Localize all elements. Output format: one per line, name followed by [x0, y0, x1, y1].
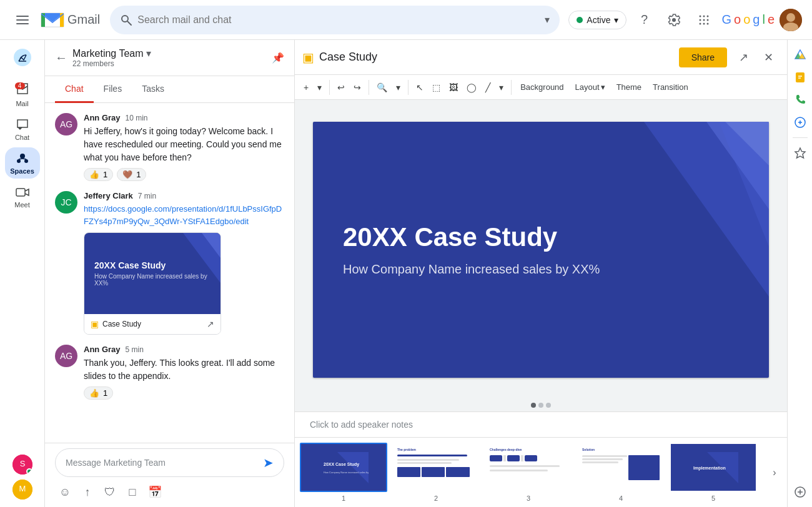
slide-thumb-5[interactable]: Implementation 5 [670, 443, 757, 502]
gmail-logo: Gmail [40, 11, 100, 29]
svg-text:S: S [19, 459, 25, 468]
sidebar-item-chat[interactable]: Chat [5, 114, 40, 145]
image-tool[interactable]: 🖼 [445, 79, 462, 96]
close-button[interactable]: ✕ [757, 46, 780, 69]
svg-point-20 [707, 22, 709, 24]
active-chevron-icon: ▾ [614, 15, 618, 25]
share-button[interactable]: Share [679, 47, 727, 67]
send-icon[interactable]: ➤ [263, 455, 274, 470]
svg-point-26 [20, 154, 25, 159]
undo-tool[interactable]: ↩ [334, 79, 349, 96]
message-item-2: JC Jeffery Clark 7 min https://docs.goog… [55, 191, 284, 335]
slide-thumb-1[interactable]: 20XX Case Study How Company Name increas… [300, 443, 387, 502]
search-input[interactable] [137, 14, 540, 26]
user-avatar[interactable] [780, 9, 802, 31]
frame-tool[interactable]: ⬚ [428, 79, 444, 96]
slide-num-5: 5 [711, 495, 715, 502]
slide-thumb-2[interactable]: The problem 2 [392, 443, 480, 502]
slide-thumb-6[interactable]: 6 [762, 443, 767, 502]
slide-main-title[interactable]: 20XX Case Study [343, 222, 739, 252]
add-tool[interactable]: + [300, 79, 312, 96]
slides-strip-container: 20XX Case Study How Company Name increas… [295, 437, 787, 507]
phone-icon[interactable] [790, 90, 810, 110]
active-status[interactable]: Active ▾ [568, 11, 626, 29]
calendar-icon[interactable]: 📅 [145, 482, 165, 502]
redo-tool[interactable]: ↪ [350, 79, 365, 96]
shield-icon[interactable]: 🛡 [100, 482, 120, 502]
slide-dot-2 [538, 403, 543, 408]
cursor-tool[interactable]: ↖ [412, 79, 427, 96]
attachment-icon[interactable]: ↑ [77, 482, 97, 502]
layout-tool[interactable]: Layout ▾ [570, 79, 610, 96]
background-tool[interactable]: Background [515, 79, 568, 96]
sidebar-item-mail[interactable]: 4 Mail [5, 77, 40, 111]
toolbar: + ▾ ↩ ↪ 🔍 ▾ ↖ ⬚ 🖼 ◯ ╱ ▾ Background Layou… [295, 75, 787, 100]
svg-point-18 [700, 22, 701, 24]
slide-canvas-area[interactable]: 20XX Case Study How Company Name increas… [295, 100, 787, 399]
reaction-thumbs-1[interactable]: 👍 1 [84, 168, 113, 181]
slide-subtitle[interactable]: How Company Name increased sales by XX% [343, 262, 739, 277]
message-name-3: Ann Gray [84, 345, 121, 354]
tab-chat[interactable]: Chat [55, 76, 94, 103]
add-chevron-tool[interactable]: ▾ [314, 79, 325, 96]
user-avatar-2[interactable]: M [12, 480, 32, 500]
svg-point-17 [707, 19, 709, 21]
search-icon [120, 14, 132, 26]
message-link-2[interactable]: https://docs.google.com/presentation/d/1… [84, 204, 282, 226]
compose-button[interactable] [5, 45, 40, 70]
keep-icon[interactable] [790, 67, 810, 87]
search-bar[interactable]: ▾ [110, 6, 560, 34]
message-text-3: Thank you, Jeffery. This looks great. I'… [84, 357, 284, 383]
message-header-1: Ann Gray 10 min [84, 113, 284, 122]
message-time-2: 7 min [138, 192, 156, 200]
chat-panel: ← Marketing Team ▾ 22 members 📌 Chat Fil… [45, 40, 295, 507]
drive-icon[interactable] [790, 45, 810, 65]
video-icon[interactable]: □ [122, 482, 142, 502]
sidebar-meet-label: Meet [14, 201, 29, 209]
back-button[interactable]: ← [55, 51, 67, 65]
chat-title-chevron-icon[interactable]: ▾ [146, 47, 151, 59]
line-chevron-tool[interactable]: ▾ [495, 79, 507, 96]
search-dropdown-icon[interactable]: ▾ [545, 14, 550, 26]
preview-slide: 20XX Case Study How Company Name increas… [84, 233, 220, 314]
speaker-notes[interactable]: Click to add speaker notes [295, 411, 787, 437]
zoom-chevron-tool[interactable]: ▾ [392, 79, 404, 96]
message-header-2: Jeffery Clark 7 min [84, 191, 284, 200]
slide-thumb-4[interactable]: Solution [577, 443, 665, 502]
sidebar-item-meet[interactable]: Meet [5, 181, 40, 212]
shape-tool[interactable]: ◯ [463, 79, 480, 96]
message-item-3: AG Ann Gray 5 min Thank you, Jeffery. Th… [55, 345, 284, 400]
preview-footer-left: ▣ Case Study [91, 319, 141, 329]
pres-title[interactable]: Case Study [319, 51, 674, 64]
svg-rect-52 [796, 72, 805, 82]
user-avatar-1[interactable]: S [12, 455, 32, 475]
message-avatar-1: AG [55, 113, 77, 135]
sidebar-item-spaces[interactable]: Spaces [5, 147, 40, 179]
slides-next-chevron[interactable]: › [767, 465, 782, 480]
settings-icon[interactable] [661, 7, 686, 32]
chat-input-box[interactable]: Message Marketing Team ➤ [55, 448, 284, 477]
zoom-tool[interactable]: 🔍 [373, 79, 391, 96]
edit-icon[interactable] [790, 112, 810, 132]
tab-tasks[interactable]: Tasks [132, 76, 174, 103]
thumb-title-3: Challenges deep-dive [490, 448, 567, 451]
slide-thumb-3[interactable]: Challenges deep-dive [485, 443, 572, 502]
google-account[interactable]: Google [721, 12, 775, 27]
open-external-button[interactable]: ↗ [732, 46, 755, 69]
apps-icon[interactable] [691, 7, 716, 32]
line-tool[interactable]: ╱ [482, 79, 494, 96]
tab-files[interactable]: Files [94, 76, 132, 103]
add-icon-bottom[interactable] [790, 482, 810, 502]
reaction-thumbs-3[interactable]: 👍 1 [84, 386, 113, 400]
menu-icon[interactable] [10, 7, 35, 32]
reaction-heart-1[interactable]: 🤎 1 [117, 168, 146, 181]
transition-tool[interactable]: Transition [648, 79, 693, 96]
presentation-preview[interactable]: 20XX Case Study How Company Name increas… [84, 232, 221, 335]
emoji-icon[interactable]: ☺ [55, 482, 75, 502]
help-icon[interactable]: ? [631, 7, 656, 32]
star-icon[interactable] [790, 143, 810, 163]
theme-tool[interactable]: Theme [611, 79, 646, 96]
svg-rect-0 [16, 16, 29, 17]
open-external-icon[interactable]: ↗ [207, 319, 214, 329]
pin-icon[interactable]: 📌 [272, 52, 284, 64]
